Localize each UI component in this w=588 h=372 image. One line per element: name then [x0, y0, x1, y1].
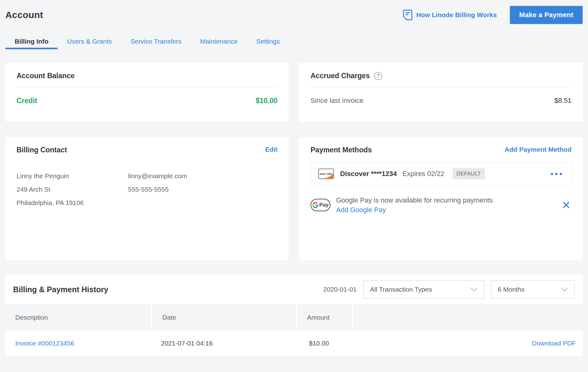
card-label: Discover ****1234	[340, 170, 397, 178]
divider	[17, 87, 277, 87]
google-pay-icon: Pay	[311, 199, 330, 211]
billing-contact-head: Billing Contact Edit	[17, 146, 277, 154]
column-header-date: Date	[152, 304, 296, 331]
billing-contact-title: Billing Contact	[17, 146, 67, 154]
accrued-charges-title: Accrued Charges	[311, 72, 370, 80]
action-cell: Download PDF	[349, 340, 583, 347]
accrued-charges-head: Accrued Charges ?	[311, 72, 571, 80]
top-bar-actions: How Linode Billing Works Make a Payment	[403, 6, 583, 24]
contact-phone: 555-555-5555	[128, 183, 277, 196]
payment-methods-card: Payment Methods Add Payment Method DISCO…	[299, 137, 583, 260]
download-pdf-link[interactable]: Download PDF	[532, 340, 576, 347]
document-icon	[403, 10, 412, 20]
transaction-type-select[interactable]: All Transaction Types	[363, 280, 484, 298]
contact-email: linny@example.com	[128, 169, 277, 183]
close-icon[interactable]	[562, 201, 570, 209]
kebab-menu-icon[interactable]: •••	[551, 172, 564, 175]
credit-label: Credit	[17, 97, 37, 105]
top-bar: Account How Linode Billing Works Make a …	[5, 5, 583, 25]
history-start-date: 2020-01-01	[323, 286, 357, 293]
account-balance-title: Account Balance	[17, 72, 277, 80]
billing-history-header: Billing & Payment History 2020-01-01 All…	[5, 275, 583, 304]
how-billing-works-link[interactable]: How Linode Billing Works	[403, 10, 497, 20]
svg-text:DISCOVER: DISCOVER	[320, 173, 332, 175]
divider	[311, 87, 571, 87]
since-last-invoice-label: Since last invoice	[311, 97, 363, 105]
billing-contact-details: Linny the Penguin 249 Arch St Philadelph…	[17, 169, 277, 209]
chevron-down-icon	[470, 287, 478, 292]
payment-method-row: DISCOVER Discover ****1234 Expires 02/22…	[311, 162, 571, 185]
transaction-type-value: All Transaction Types	[370, 286, 432, 293]
page-title: Account	[5, 10, 43, 20]
billing-cards: Account Balance Credit $10.00 Accrued Ch…	[5, 63, 583, 260]
google-pay-word: Pay	[319, 202, 329, 208]
invoice-link[interactable]: Invoice #000123456	[15, 340, 74, 347]
column-header-action	[353, 304, 583, 331]
contact-name: Linny the Penguin	[17, 169, 128, 183]
help-icon[interactable]: ?	[374, 72, 382, 80]
date-range-value: 6 Months	[498, 286, 524, 293]
google-pay-banner: Pay Google Pay is now available for recu…	[311, 195, 571, 215]
add-payment-method-link[interactable]: Add Payment Method	[505, 146, 571, 153]
card-expiry: Expires 02/22	[402, 170, 444, 178]
contact-street: 249 Arch St	[17, 183, 128, 196]
table-row: Invoice #000123456 2021-07-01 04:16 $10.…	[5, 331, 583, 356]
billing-history-section: Billing & Payment History 2020-01-01 All…	[5, 275, 583, 356]
invoice-cell: Invoice #000123456	[5, 340, 151, 347]
make-payment-button[interactable]: Make a Payment	[510, 6, 583, 24]
date-cell: 2021-07-01 04:16	[151, 340, 295, 347]
column-header-description: Description	[5, 304, 151, 331]
how-billing-works-label: How Linode Billing Works	[416, 11, 497, 19]
amount-cell: $10.00	[295, 340, 349, 347]
tab-maintenance[interactable]: Maintenance	[191, 35, 247, 49]
account-balance-card: Account Balance Credit $10.00	[5, 63, 289, 122]
edit-billing-contact-link[interactable]: Edit	[265, 146, 277, 153]
tab-billing-info[interactable]: Billing Info	[5, 35, 58, 49]
account-tabs: Billing Info Users & Grants Service Tran…	[5, 35, 583, 49]
chevron-down-icon	[561, 287, 568, 292]
tab-settings[interactable]: Settings	[247, 35, 289, 49]
billing-history-title: Billing & Payment History	[13, 285, 108, 294]
add-google-pay-link[interactable]: Add Google Pay	[336, 205, 386, 215]
google-pay-message: Google Pay is now available for recurrin…	[336, 195, 495, 205]
tab-service-transfers[interactable]: Service Transfers	[121, 35, 191, 49]
contact-city: Philadelphia, PA 19106	[17, 196, 128, 209]
contact-info-column: linny@example.com 555-555-5555	[128, 169, 277, 209]
history-table-header: Description Date Amount	[5, 304, 583, 331]
credit-amount: $10.00	[256, 97, 277, 105]
payment-methods-title: Payment Methods	[311, 146, 372, 154]
payment-methods-head: Payment Methods Add Payment Method	[311, 146, 571, 154]
account-balance-row: Credit $10.00	[17, 97, 277, 105]
billing-history-controls: 2020-01-01 All Transaction Types 6 Month…	[323, 280, 575, 298]
column-header-amount: Amount	[297, 304, 352, 331]
date-range-select[interactable]: 6 Months	[491, 280, 575, 298]
accrued-amount: $8.51	[554, 97, 571, 105]
tab-users-grants[interactable]: Users & Grants	[58, 35, 121, 49]
accrued-charges-card: Accrued Charges ? Since last invoice $8.…	[299, 63, 583, 122]
billing-contact-card: Billing Contact Edit Linny the Penguin 2…	[5, 137, 289, 260]
contact-address-column: Linny the Penguin 249 Arch St Philadelph…	[17, 169, 128, 209]
discover-card-icon: DISCOVER	[318, 169, 334, 179]
account-page: Account How Linode Billing Works Make a …	[0, 0, 588, 356]
accrued-charges-row: Since last invoice $8.51	[311, 97, 571, 105]
default-badge: DEFAULT	[453, 168, 485, 179]
google-pay-text: Google Pay is now available for recurrin…	[336, 195, 495, 215]
